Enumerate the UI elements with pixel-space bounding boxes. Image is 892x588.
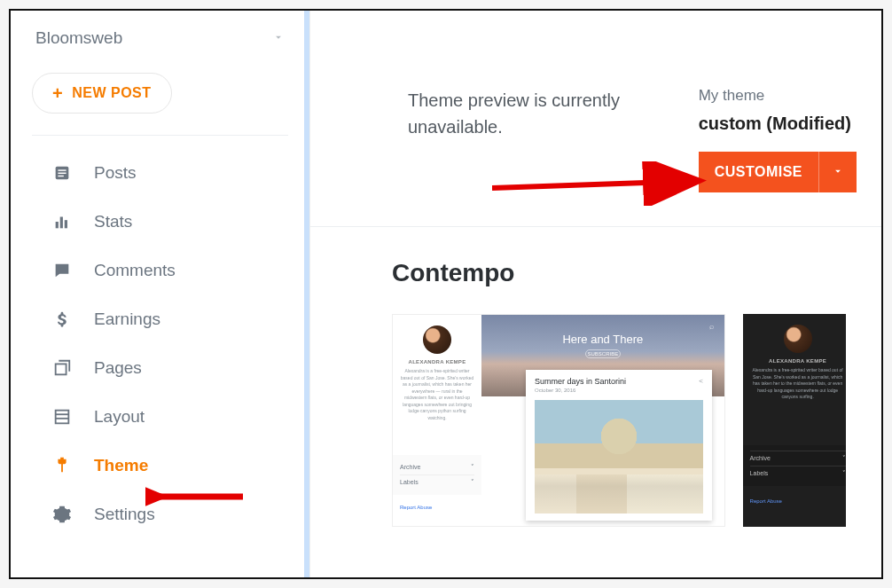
svg-rect-4 (56, 222, 59, 228)
preview-post-card: Summer days in Santorini October 30, 201… (526, 370, 712, 521)
new-post-label: NEW POST (72, 85, 151, 101)
chevron-down-icon: ˅ (471, 464, 474, 471)
customise-dropdown-button[interactable] (818, 152, 857, 192)
caret-down-icon (832, 165, 844, 180)
preview-widget-labels: Labels˅ (750, 466, 846, 481)
stats-icon (51, 212, 73, 231)
preview-report-link: Report Abuse (750, 498, 782, 504)
preview-post-image (535, 400, 703, 514)
theme-grid: ALEXANDRA KEMPE Alexandra is a free-spir… (392, 314, 846, 527)
sidebar-item-stats[interactable]: Stats (11, 197, 309, 246)
search-icon: ⌕ (709, 322, 714, 331)
scrollbar[interactable] (304, 11, 309, 577)
preview-profile-panel: ALEXANDRA KEMPE Alexandra is a free-spir… (743, 314, 846, 527)
customise-button[interactable]: CUSTOMISE (699, 152, 818, 192)
main-content: Theme preview is currently unavailable. … (310, 11, 881, 577)
layout-icon (51, 407, 73, 427)
avatar (784, 325, 812, 353)
preview-widget-labels: Labels˅ (400, 474, 474, 490)
sidebar-item-label: Layout (94, 407, 145, 427)
earnings-icon (51, 310, 73, 329)
theme-icon (51, 456, 73, 475)
svg-rect-5 (60, 216, 63, 228)
preview-unavailable-text: Theme preview is currently unavailable. (408, 87, 620, 192)
chevron-down-icon: ˅ (842, 470, 846, 477)
avatar (423, 325, 451, 354)
theme-preview-card[interactable]: ALEXANDRA KEMPE Alexandra is a free-spir… (743, 314, 846, 527)
preview-profile-bio: Alexandra is a free-spirited writer base… (400, 368, 474, 421)
sidebar-item-label: Earnings (94, 310, 160, 329)
sidebar-nav: Posts Stats Comments Earnings (11, 148, 309, 538)
comments-icon (51, 261, 73, 280)
sidebar-item-label: Pages (94, 358, 142, 378)
preview-post-title: Summer days in Santorini (535, 377, 703, 386)
theme-group-title: Contempo (392, 259, 846, 287)
preview-profile-panel: ALEXANDRA KEMPE Alexandra is a free-spir… (393, 315, 481, 457)
sidebar-item-earnings[interactable]: Earnings (11, 294, 309, 343)
theme-group-contempo: Contempo ALEXANDRA KEMPE Alexandra is a … (310, 227, 881, 527)
preview-widget-archive: Archive˅ (400, 460, 474, 474)
sidebar-item-settings[interactable]: Settings (11, 490, 309, 538)
preview-profile-name: ALEXANDRA KEMPE (750, 358, 846, 364)
customise-button-group: CUSTOMISE (699, 152, 857, 192)
preview-widgets: Archive˅ Labels˅ (743, 445, 846, 486)
posts-icon (51, 163, 73, 183)
blog-selector[interactable]: Bloomsweb (11, 11, 309, 59)
theme-preview-card[interactable]: ALEXANDRA KEMPE Alexandra is a free-spir… (392, 314, 725, 527)
preview-profile-bio: Alexandra is a free-spirited writer base… (750, 367, 846, 401)
my-theme-label: My theme (699, 87, 857, 105)
blog-name: Bloomsweb (35, 28, 122, 48)
preview-widgets: Archive˅ Labels˅ (393, 455, 481, 495)
preview-hero-title: Here and There (562, 333, 643, 346)
sidebar-item-comments[interactable]: Comments (11, 246, 309, 294)
svg-rect-6 (65, 220, 67, 228)
preview-report-link: Report Abuse (400, 505, 432, 510)
divider (32, 135, 288, 136)
sidebar-item-posts[interactable]: Posts (11, 148, 309, 197)
pages-icon (51, 358, 73, 378)
svg-rect-1 (58, 169, 66, 170)
current-theme-name: custom (Modified) (699, 114, 857, 134)
sidebar-item-label: Theme (94, 456, 148, 475)
preview-subscribe-badge: SUBSCRIBE (585, 349, 621, 358)
sidebar-item-label: Settings (94, 505, 155, 524)
chevron-down-icon: ˅ (471, 479, 474, 486)
share-icon: < (699, 377, 703, 385)
settings-icon (51, 505, 73, 524)
preview-profile-name: ALEXANDRA KEMPE (400, 359, 474, 365)
caret-down-icon (272, 28, 285, 48)
my-theme-box: My theme custom (Modified) CUSTOMISE (699, 87, 857, 192)
chevron-down-icon: ˅ (842, 455, 846, 462)
preview-widget-archive: Archive˅ (750, 451, 846, 466)
svg-rect-3 (58, 175, 63, 176)
svg-rect-2 (58, 172, 66, 173)
preview-line-1: Theme preview is currently (408, 90, 620, 110)
svg-rect-8 (56, 410, 69, 423)
preview-post-date: October 30, 2016 (535, 388, 703, 393)
sidebar-item-label: Posts (94, 163, 137, 183)
sidebar-item-label: Stats (94, 212, 132, 231)
svg-rect-7 (56, 364, 67, 374)
plus-icon: + (52, 84, 63, 102)
sidebar: Bloomsweb + NEW POST Posts Stats (11, 11, 310, 577)
sidebar-item-layout[interactable]: Layout (11, 392, 309, 441)
new-post-button[interactable]: + NEW POST (32, 73, 172, 114)
sidebar-item-theme[interactable]: Theme (11, 441, 309, 490)
app-frame: Bloomsweb + NEW POST Posts Stats (9, 9, 883, 579)
theme-header: Theme preview is currently unavailable. … (310, 11, 881, 227)
sidebar-item-label: Comments (94, 261, 176, 280)
preview-line-2: unavailable. (408, 117, 503, 137)
sidebar-item-pages[interactable]: Pages (11, 343, 309, 392)
